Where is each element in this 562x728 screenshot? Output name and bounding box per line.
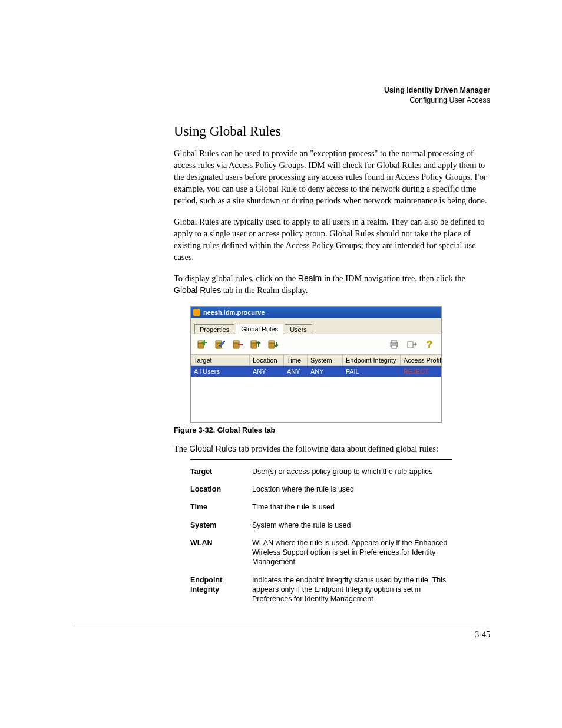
def-desc: System where the rule is used [252,521,452,530]
cell-system: ANY [308,366,343,377]
def-term: WLAN [190,538,252,567]
svg-rect-15 [392,345,396,348]
body-paragraph: Global Rules can be used to provide an "… [174,147,490,206]
def-term: Time [190,502,252,512]
move-down-icon[interactable] [265,337,282,352]
cell-location: ANY [250,366,284,377]
header-chapter: Using Identity Driven Manager [384,85,490,95]
body-paragraph: Global Rules are typically used to apply… [174,216,490,263]
col-location[interactable]: Location [250,355,284,365]
delete-rule-icon[interactable] [230,337,246,352]
page-number: 3-45 [72,630,490,640]
col-time[interactable]: Time [284,355,308,365]
text-run: in the IDM navigation tree, then click t… [322,274,465,283]
svg-rect-7 [233,341,239,343]
tab-global-rules[interactable]: Global Rules [236,324,283,334]
svg-rect-16 [408,342,413,348]
def-term: Target [190,467,252,476]
table-row[interactable]: All Users ANY ANY ANY FAIL REJECT [191,366,441,377]
def-term: Endpoint Integrity [190,575,252,604]
svg-text:?: ? [427,340,432,350]
ui-term: Global Rules [174,285,221,295]
grid-header: Target Location Time System Endpoint Int… [191,354,441,366]
window-title: neesh.idm.procurve [203,309,265,316]
svg-rect-10 [251,341,257,343]
help-icon[interactable]: ? [421,337,438,352]
cell-time: ANY [284,366,308,377]
screenshot-global-rules-tab: neesh.idm.procurve Properties Global Rul… [190,306,442,423]
tab-strip: Properties Global Rules Users [191,318,441,334]
ui-term: Realm [298,274,322,283]
col-endpoint-integrity[interactable]: Endpoint Integrity [343,355,401,365]
col-system[interactable]: System [308,355,343,365]
section-heading: Using Global Rules [174,124,490,139]
svg-rect-5 [216,341,222,343]
def-desc: Location where the rule is used [252,485,452,494]
def-desc: Indicates the endpoint integrity status … [252,575,452,604]
col-target[interactable]: Target [191,355,250,365]
export-icon[interactable] [404,337,420,352]
definition-row: Target User(s) or access policy group to… [190,467,452,476]
print-icon[interactable] [386,337,402,352]
grid-body: All Users ANY ANY ANY FAIL REJECT [191,366,441,422]
ui-term: Global Rules [189,444,236,453]
definition-row: Location Location where the rule is used [190,485,452,494]
def-term: Location [190,485,252,494]
definition-row: Endpoint Integrity Indicates the endpoin… [190,575,452,604]
def-desc: User(s) or access policy group to which … [252,467,452,476]
header-section: Configuring User Access [384,95,490,106]
body-paragraph: To display global rules, click on the Re… [174,272,490,297]
tab-properties[interactable]: Properties [194,324,234,334]
figure-caption: Figure 3-32. Global Rules tab [174,426,490,434]
text-run: To display global rules, click on the [174,274,298,283]
def-term: System [190,521,252,530]
svg-rect-14 [392,340,396,343]
app-icon [193,309,200,316]
svg-rect-12 [269,341,275,343]
toolbar: ? [191,334,441,354]
cell-access-profile: REJECT [401,366,441,377]
text-run: tab provides the following data about de… [236,444,438,453]
col-access-profile[interactable]: Access Profile [401,355,441,365]
running-header: Using Identity Driven Manager Configurin… [384,85,490,106]
definition-row: WLAN WLAN where the rule is used. Appear… [190,538,452,567]
footer-rule [72,624,490,624]
text-run: tab in the Realm display. [221,285,308,295]
svg-rect-8 [238,344,243,345]
definition-row: Time Time that the rule is used [190,502,452,512]
definition-row: System System where the rule is used [190,521,452,530]
text-run: The [174,444,189,453]
new-rule-icon[interactable] [194,337,211,352]
move-up-icon[interactable] [247,337,264,352]
edit-rule-icon[interactable] [212,337,229,352]
body-paragraph: The Global Rules tab provides the follow… [174,443,490,454]
definitions-table: Target User(s) or access policy group to… [190,459,452,604]
cell-target: All Users [191,366,250,377]
cell-endpoint-integrity: FAIL [343,366,401,377]
window-titlebar: neesh.idm.procurve [191,307,441,318]
def-desc: WLAN where the rule is used. Appears onl… [252,538,452,567]
svg-rect-3 [201,342,207,343]
tab-users[interactable]: Users [285,324,312,334]
def-desc: Time that the rule is used [252,502,452,512]
